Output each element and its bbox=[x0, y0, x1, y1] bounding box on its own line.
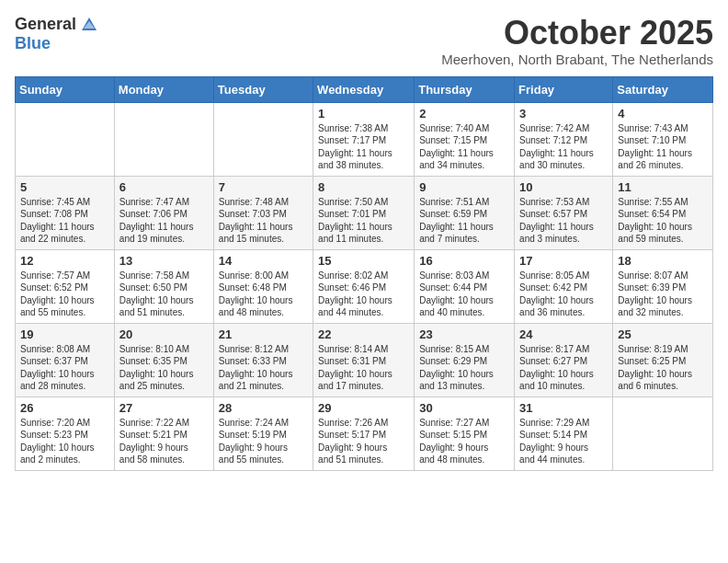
day-info: Sunrise: 8:15 AM Sunset: 6:29 PM Dayligh… bbox=[419, 343, 509, 393]
logo: General Blue bbox=[15, 15, 98, 53]
day-info: Sunrise: 7:58 AM Sunset: 6:50 PM Dayligh… bbox=[119, 270, 209, 319]
calendar-week-row: 1Sunrise: 7:38 AM Sunset: 7:17 PM Daylig… bbox=[16, 102, 713, 176]
calendar-cell: 1Sunrise: 7:38 AM Sunset: 7:17 PM Daylig… bbox=[313, 102, 415, 176]
day-info: Sunrise: 7:48 AM Sunset: 7:03 PM Dayligh… bbox=[219, 196, 308, 246]
calendar-cell: 13Sunrise: 7:58 AM Sunset: 6:50 PM Dayli… bbox=[114, 249, 213, 323]
calendar-cell: 19Sunrise: 8:08 AM Sunset: 6:37 PM Dayli… bbox=[16, 323, 115, 396]
weekday-header-wednesday: Wednesday bbox=[313, 76, 415, 102]
calendar-cell bbox=[613, 396, 713, 470]
calendar-cell: 9Sunrise: 7:51 AM Sunset: 6:59 PM Daylig… bbox=[415, 176, 515, 249]
day-number: 17 bbox=[519, 254, 608, 268]
calendar-cell: 12Sunrise: 7:57 AM Sunset: 6:52 PM Dayli… bbox=[16, 249, 115, 323]
day-info: Sunrise: 8:17 AM Sunset: 6:27 PM Dayligh… bbox=[519, 343, 608, 393]
day-number: 8 bbox=[318, 180, 409, 194]
day-info: Sunrise: 8:10 AM Sunset: 6:35 PM Dayligh… bbox=[119, 343, 209, 393]
day-info: Sunrise: 8:08 AM Sunset: 6:37 PM Dayligh… bbox=[20, 343, 109, 393]
calendar-cell: 24Sunrise: 8:17 AM Sunset: 6:27 PM Dayli… bbox=[515, 323, 613, 396]
weekday-header-saturday: Saturday bbox=[613, 76, 713, 102]
day-number: 20 bbox=[119, 327, 209, 341]
day-number: 10 bbox=[519, 180, 608, 194]
day-info: Sunrise: 7:22 AM Sunset: 5:21 PM Dayligh… bbox=[119, 417, 209, 466]
page-header: General Blue October 2025 Meerhoven, Nor… bbox=[15, 15, 713, 67]
calendar-week-row: 5Sunrise: 7:45 AM Sunset: 7:08 PM Daylig… bbox=[16, 176, 713, 249]
day-info: Sunrise: 8:19 AM Sunset: 6:25 PM Dayligh… bbox=[618, 343, 708, 393]
calendar-cell: 10Sunrise: 7:53 AM Sunset: 6:57 PM Dayli… bbox=[515, 176, 613, 249]
calendar-cell: 21Sunrise: 8:12 AM Sunset: 6:33 PM Dayli… bbox=[213, 323, 313, 396]
day-number: 13 bbox=[119, 254, 209, 268]
day-number: 28 bbox=[219, 401, 308, 415]
day-number: 25 bbox=[618, 327, 708, 341]
calendar-cell: 15Sunrise: 8:02 AM Sunset: 6:46 PM Dayli… bbox=[313, 249, 415, 323]
day-number: 18 bbox=[618, 254, 708, 268]
weekday-header-sunday: Sunday bbox=[16, 76, 115, 102]
day-info: Sunrise: 8:05 AM Sunset: 6:42 PM Dayligh… bbox=[519, 270, 608, 319]
day-number: 11 bbox=[618, 180, 708, 194]
day-info: Sunrise: 7:26 AM Sunset: 5:17 PM Dayligh… bbox=[318, 417, 409, 466]
calendar-cell: 5Sunrise: 7:45 AM Sunset: 7:08 PM Daylig… bbox=[16, 176, 115, 249]
day-number: 23 bbox=[419, 327, 509, 341]
calendar-cell: 18Sunrise: 8:07 AM Sunset: 6:39 PM Dayli… bbox=[613, 249, 713, 323]
day-info: Sunrise: 7:29 AM Sunset: 5:14 PM Dayligh… bbox=[519, 417, 608, 466]
calendar-cell: 4Sunrise: 7:43 AM Sunset: 7:10 PM Daylig… bbox=[613, 102, 713, 176]
day-info: Sunrise: 7:53 AM Sunset: 6:57 PM Dayligh… bbox=[519, 196, 608, 246]
day-info: Sunrise: 7:45 AM Sunset: 7:08 PM Dayligh… bbox=[20, 196, 109, 246]
day-info: Sunrise: 7:47 AM Sunset: 7:06 PM Dayligh… bbox=[119, 196, 209, 246]
day-number: 27 bbox=[119, 401, 209, 415]
day-number: 2 bbox=[419, 107, 509, 121]
day-info: Sunrise: 7:27 AM Sunset: 5:15 PM Dayligh… bbox=[419, 417, 509, 466]
day-info: Sunrise: 7:57 AM Sunset: 6:52 PM Dayligh… bbox=[20, 270, 109, 319]
day-number: 1 bbox=[318, 107, 409, 121]
calendar-cell: 8Sunrise: 7:50 AM Sunset: 7:01 PM Daylig… bbox=[313, 176, 415, 249]
calendar-cell: 11Sunrise: 7:55 AM Sunset: 6:54 PM Dayli… bbox=[613, 176, 713, 249]
calendar-cell: 14Sunrise: 8:00 AM Sunset: 6:48 PM Dayli… bbox=[213, 249, 313, 323]
month-title: October 2025 bbox=[441, 15, 713, 52]
day-number: 30 bbox=[419, 401, 509, 415]
calendar-cell: 2Sunrise: 7:40 AM Sunset: 7:15 PM Daylig… bbox=[415, 102, 515, 176]
day-number: 22 bbox=[318, 327, 409, 341]
day-number: 26 bbox=[20, 401, 109, 415]
day-info: Sunrise: 8:12 AM Sunset: 6:33 PM Dayligh… bbox=[219, 343, 308, 393]
calendar-week-row: 26Sunrise: 7:20 AM Sunset: 5:23 PM Dayli… bbox=[16, 396, 713, 470]
day-info: Sunrise: 7:24 AM Sunset: 5:19 PM Dayligh… bbox=[219, 417, 308, 466]
logo-general-text: General bbox=[15, 15, 76, 34]
calendar-week-row: 19Sunrise: 8:08 AM Sunset: 6:37 PM Dayli… bbox=[16, 323, 713, 396]
day-number: 14 bbox=[219, 254, 308, 268]
calendar-cell: 6Sunrise: 7:47 AM Sunset: 7:06 PM Daylig… bbox=[114, 176, 213, 249]
day-number: 7 bbox=[219, 180, 308, 194]
day-number: 9 bbox=[419, 180, 509, 194]
weekday-header-friday: Friday bbox=[515, 76, 613, 102]
day-number: 24 bbox=[519, 327, 608, 341]
calendar-cell bbox=[16, 102, 115, 176]
day-info: Sunrise: 8:02 AM Sunset: 6:46 PM Dayligh… bbox=[318, 270, 409, 319]
calendar-cell: 17Sunrise: 8:05 AM Sunset: 6:42 PM Dayli… bbox=[515, 249, 613, 323]
calendar-cell: 31Sunrise: 7:29 AM Sunset: 5:14 PM Dayli… bbox=[515, 396, 613, 470]
day-number: 6 bbox=[119, 180, 209, 194]
day-info: Sunrise: 7:40 AM Sunset: 7:15 PM Dayligh… bbox=[419, 122, 509, 172]
calendar-cell: 30Sunrise: 7:27 AM Sunset: 5:15 PM Dayli… bbox=[415, 396, 515, 470]
day-info: Sunrise: 7:42 AM Sunset: 7:12 PM Dayligh… bbox=[519, 122, 608, 172]
logo-icon bbox=[80, 16, 98, 34]
logo-blue-text: Blue bbox=[15, 34, 51, 53]
calendar-cell: 25Sunrise: 8:19 AM Sunset: 6:25 PM Dayli… bbox=[613, 323, 713, 396]
location-title: Meerhoven, North Brabant, The Netherland… bbox=[441, 52, 713, 67]
day-number: 15 bbox=[318, 254, 409, 268]
calendar-cell bbox=[213, 102, 313, 176]
day-info: Sunrise: 7:38 AM Sunset: 7:17 PM Dayligh… bbox=[318, 122, 409, 172]
day-number: 12 bbox=[20, 254, 109, 268]
calendar-cell: 26Sunrise: 7:20 AM Sunset: 5:23 PM Dayli… bbox=[16, 396, 115, 470]
weekday-header-thursday: Thursday bbox=[415, 76, 515, 102]
day-info: Sunrise: 7:43 AM Sunset: 7:10 PM Dayligh… bbox=[618, 122, 708, 172]
day-number: 19 bbox=[20, 327, 109, 341]
calendar-cell: 22Sunrise: 8:14 AM Sunset: 6:31 PM Dayli… bbox=[313, 323, 415, 396]
day-info: Sunrise: 8:14 AM Sunset: 6:31 PM Dayligh… bbox=[318, 343, 409, 393]
calendar-cell: 29Sunrise: 7:26 AM Sunset: 5:17 PM Dayli… bbox=[313, 396, 415, 470]
calendar-cell: 16Sunrise: 8:03 AM Sunset: 6:44 PM Dayli… bbox=[415, 249, 515, 323]
day-number: 29 bbox=[318, 401, 409, 415]
title-area: October 2025 Meerhoven, North Brabant, T… bbox=[441, 15, 713, 67]
weekday-header-row: SundayMondayTuesdayWednesdayThursdayFrid… bbox=[16, 76, 713, 102]
day-info: Sunrise: 8:03 AM Sunset: 6:44 PM Dayligh… bbox=[419, 270, 509, 319]
calendar-cell: 20Sunrise: 8:10 AM Sunset: 6:35 PM Dayli… bbox=[114, 323, 213, 396]
day-number: 4 bbox=[618, 107, 708, 121]
calendar-cell: 28Sunrise: 7:24 AM Sunset: 5:19 PM Dayli… bbox=[213, 396, 313, 470]
day-number: 3 bbox=[519, 107, 608, 121]
